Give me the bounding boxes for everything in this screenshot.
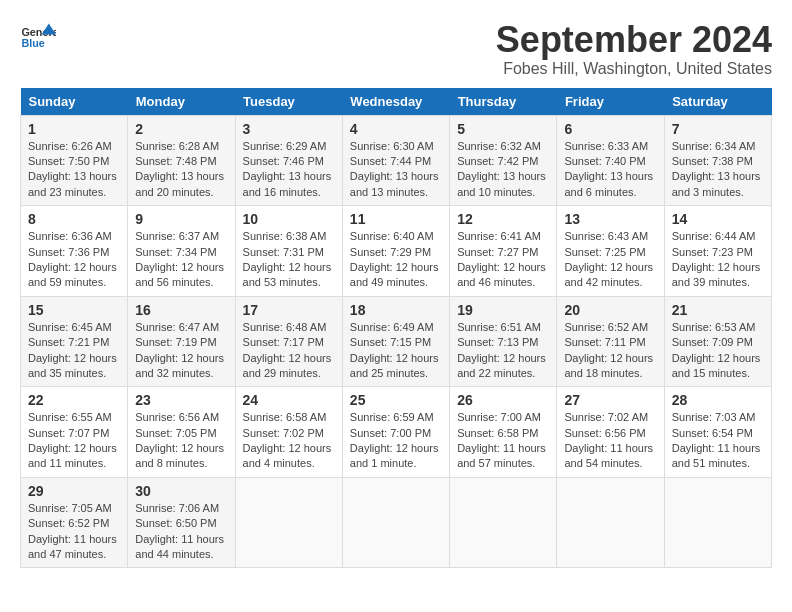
calendar-day-cell: 19 Sunrise: 6:51 AM Sunset: 7:13 PM Dayl…: [450, 296, 557, 387]
day-detail: Sunrise: 6:45 AM Sunset: 7:21 PM Dayligh…: [28, 320, 120, 382]
location-title: Fobes Hill, Washington, United States: [496, 60, 772, 78]
day-of-week-header: Tuesday: [235, 88, 342, 116]
calendar-day-cell: 27 Sunrise: 7:02 AM Sunset: 6:56 PM Dayl…: [557, 387, 664, 478]
day-number: 2: [135, 121, 227, 137]
day-detail: Sunrise: 6:48 AM Sunset: 7:17 PM Dayligh…: [243, 320, 335, 382]
day-detail: Sunrise: 6:37 AM Sunset: 7:34 PM Dayligh…: [135, 229, 227, 291]
calendar-day-cell: 17 Sunrise: 6:48 AM Sunset: 7:17 PM Dayl…: [235, 296, 342, 387]
day-number: 29: [28, 483, 120, 499]
day-number: 3: [243, 121, 335, 137]
calendar-day-cell: 21 Sunrise: 6:53 AM Sunset: 7:09 PM Dayl…: [664, 296, 771, 387]
calendar-day-cell: 8 Sunrise: 6:36 AM Sunset: 7:36 PM Dayli…: [21, 206, 128, 297]
day-detail: Sunrise: 6:36 AM Sunset: 7:36 PM Dayligh…: [28, 229, 120, 291]
calendar-day-cell: 29 Sunrise: 7:05 AM Sunset: 6:52 PM Dayl…: [21, 477, 128, 568]
day-detail: Sunrise: 7:06 AM Sunset: 6:50 PM Dayligh…: [135, 501, 227, 563]
day-number: 5: [457, 121, 549, 137]
day-detail: Sunrise: 6:41 AM Sunset: 7:27 PM Dayligh…: [457, 229, 549, 291]
day-detail: Sunrise: 6:29 AM Sunset: 7:46 PM Dayligh…: [243, 139, 335, 201]
day-number: 28: [672, 392, 764, 408]
day-of-week-header: Monday: [128, 88, 235, 116]
day-detail: Sunrise: 6:40 AM Sunset: 7:29 PM Dayligh…: [350, 229, 442, 291]
day-detail: Sunrise: 6:32 AM Sunset: 7:42 PM Dayligh…: [457, 139, 549, 201]
calendar-day-cell: 13 Sunrise: 6:43 AM Sunset: 7:25 PM Dayl…: [557, 206, 664, 297]
day-detail: Sunrise: 6:49 AM Sunset: 7:15 PM Dayligh…: [350, 320, 442, 382]
calendar-day-cell: 15 Sunrise: 6:45 AM Sunset: 7:21 PM Dayl…: [21, 296, 128, 387]
calendar-day-cell: 10 Sunrise: 6:38 AM Sunset: 7:31 PM Dayl…: [235, 206, 342, 297]
day-of-week-header: Friday: [557, 88, 664, 116]
day-number: 18: [350, 302, 442, 318]
day-detail: Sunrise: 6:43 AM Sunset: 7:25 PM Dayligh…: [564, 229, 656, 291]
day-number: 11: [350, 211, 442, 227]
calendar-week-row: 1 Sunrise: 6:26 AM Sunset: 7:50 PM Dayli…: [21, 115, 772, 206]
calendar-week-row: 8 Sunrise: 6:36 AM Sunset: 7:36 PM Dayli…: [21, 206, 772, 297]
day-detail: Sunrise: 6:28 AM Sunset: 7:48 PM Dayligh…: [135, 139, 227, 201]
calendar-day-cell: 24 Sunrise: 6:58 AM Sunset: 7:02 PM Dayl…: [235, 387, 342, 478]
calendar-day-cell: 18 Sunrise: 6:49 AM Sunset: 7:15 PM Dayl…: [342, 296, 449, 387]
calendar-day-cell: 20 Sunrise: 6:52 AM Sunset: 7:11 PM Dayl…: [557, 296, 664, 387]
day-number: 22: [28, 392, 120, 408]
calendar-day-cell: 30 Sunrise: 7:06 AM Sunset: 6:50 PM Dayl…: [128, 477, 235, 568]
calendar-week-row: 15 Sunrise: 6:45 AM Sunset: 7:21 PM Dayl…: [21, 296, 772, 387]
day-detail: Sunrise: 7:02 AM Sunset: 6:56 PM Dayligh…: [564, 410, 656, 472]
day-number: 14: [672, 211, 764, 227]
day-detail: Sunrise: 6:34 AM Sunset: 7:38 PM Dayligh…: [672, 139, 764, 201]
calendar-day-cell: 1 Sunrise: 6:26 AM Sunset: 7:50 PM Dayli…: [21, 115, 128, 206]
calendar-day-cell: [664, 477, 771, 568]
calendar-table: SundayMondayTuesdayWednesdayThursdayFrid…: [20, 88, 772, 569]
calendar-day-cell: 7 Sunrise: 6:34 AM Sunset: 7:38 PM Dayli…: [664, 115, 771, 206]
day-of-week-header: Sunday: [21, 88, 128, 116]
calendar-day-cell: 22 Sunrise: 6:55 AM Sunset: 7:07 PM Dayl…: [21, 387, 128, 478]
day-number: 8: [28, 211, 120, 227]
day-of-week-header: Wednesday: [342, 88, 449, 116]
day-number: 23: [135, 392, 227, 408]
day-number: 6: [564, 121, 656, 137]
day-detail: Sunrise: 6:30 AM Sunset: 7:44 PM Dayligh…: [350, 139, 442, 201]
day-number: 13: [564, 211, 656, 227]
day-number: 26: [457, 392, 549, 408]
day-number: 12: [457, 211, 549, 227]
month-title: September 2024: [496, 20, 772, 60]
calendar-day-cell: 28 Sunrise: 7:03 AM Sunset: 6:54 PM Dayl…: [664, 387, 771, 478]
day-number: 19: [457, 302, 549, 318]
day-detail: Sunrise: 6:59 AM Sunset: 7:00 PM Dayligh…: [350, 410, 442, 472]
svg-text:Blue: Blue: [21, 37, 44, 49]
day-detail: Sunrise: 6:52 AM Sunset: 7:11 PM Dayligh…: [564, 320, 656, 382]
title-area: September 2024 Fobes Hill, Washington, U…: [496, 20, 772, 78]
calendar-day-cell: [557, 477, 664, 568]
day-detail: Sunrise: 6:33 AM Sunset: 7:40 PM Dayligh…: [564, 139, 656, 201]
calendar-day-cell: 26 Sunrise: 7:00 AM Sunset: 6:58 PM Dayl…: [450, 387, 557, 478]
day-number: 7: [672, 121, 764, 137]
day-number: 4: [350, 121, 442, 137]
day-number: 27: [564, 392, 656, 408]
day-of-week-header: Thursday: [450, 88, 557, 116]
calendar-day-cell: 12 Sunrise: 6:41 AM Sunset: 7:27 PM Dayl…: [450, 206, 557, 297]
calendar-day-cell: 23 Sunrise: 6:56 AM Sunset: 7:05 PM Dayl…: [128, 387, 235, 478]
calendar-day-cell: 6 Sunrise: 6:33 AM Sunset: 7:40 PM Dayli…: [557, 115, 664, 206]
calendar-day-cell: 5 Sunrise: 6:32 AM Sunset: 7:42 PM Dayli…: [450, 115, 557, 206]
day-number: 24: [243, 392, 335, 408]
day-number: 15: [28, 302, 120, 318]
day-number: 20: [564, 302, 656, 318]
day-number: 1: [28, 121, 120, 137]
day-detail: Sunrise: 6:56 AM Sunset: 7:05 PM Dayligh…: [135, 410, 227, 472]
day-detail: Sunrise: 7:05 AM Sunset: 6:52 PM Dayligh…: [28, 501, 120, 563]
calendar-day-cell: 4 Sunrise: 6:30 AM Sunset: 7:44 PM Dayli…: [342, 115, 449, 206]
calendar-header: SundayMondayTuesdayWednesdayThursdayFrid…: [21, 88, 772, 116]
calendar-day-cell: 25 Sunrise: 6:59 AM Sunset: 7:00 PM Dayl…: [342, 387, 449, 478]
calendar-day-cell: 3 Sunrise: 6:29 AM Sunset: 7:46 PM Dayli…: [235, 115, 342, 206]
day-detail: Sunrise: 7:03 AM Sunset: 6:54 PM Dayligh…: [672, 410, 764, 472]
day-detail: Sunrise: 6:53 AM Sunset: 7:09 PM Dayligh…: [672, 320, 764, 382]
calendar-week-row: 22 Sunrise: 6:55 AM Sunset: 7:07 PM Dayl…: [21, 387, 772, 478]
calendar-day-cell: [450, 477, 557, 568]
day-number: 16: [135, 302, 227, 318]
day-detail: Sunrise: 6:26 AM Sunset: 7:50 PM Dayligh…: [28, 139, 120, 201]
day-detail: Sunrise: 7:00 AM Sunset: 6:58 PM Dayligh…: [457, 410, 549, 472]
day-detail: Sunrise: 6:47 AM Sunset: 7:19 PM Dayligh…: [135, 320, 227, 382]
day-number: 17: [243, 302, 335, 318]
day-number: 10: [243, 211, 335, 227]
day-number: 21: [672, 302, 764, 318]
calendar-day-cell: 9 Sunrise: 6:37 AM Sunset: 7:34 PM Dayli…: [128, 206, 235, 297]
calendar-week-row: 29 Sunrise: 7:05 AM Sunset: 6:52 PM Dayl…: [21, 477, 772, 568]
calendar-day-cell: 16 Sunrise: 6:47 AM Sunset: 7:19 PM Dayl…: [128, 296, 235, 387]
day-detail: Sunrise: 6:38 AM Sunset: 7:31 PM Dayligh…: [243, 229, 335, 291]
